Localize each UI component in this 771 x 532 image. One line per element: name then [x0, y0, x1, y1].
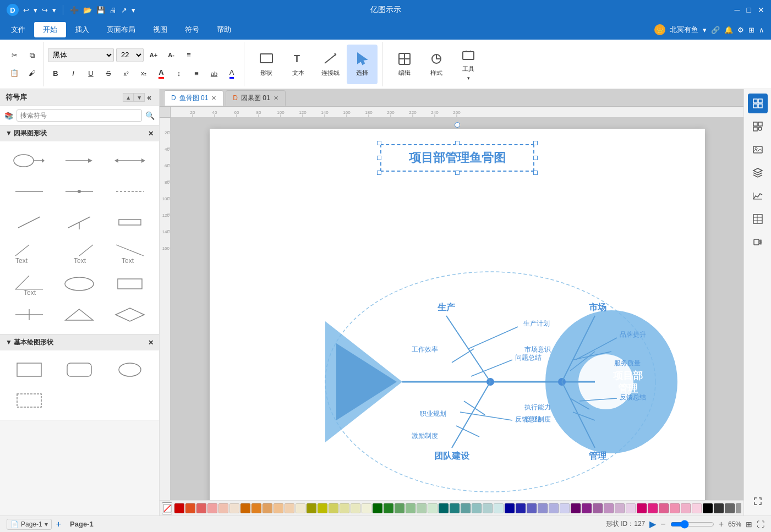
color-swatch[interactable]	[593, 503, 603, 513]
basic-category-header[interactable]: ▼ 基本绘图形状 ✕	[0, 334, 159, 350]
color-swatch[interactable]	[229, 503, 239, 513]
causal-category-header[interactable]: ▼ 因果图形状 ✕	[0, 125, 159, 141]
color-swatch[interactable]	[725, 503, 735, 513]
export-btn[interactable]: ↗	[121, 6, 127, 14]
color-swatch[interactable]	[472, 503, 482, 513]
color-swatch[interactable]	[274, 503, 283, 513]
shape-cross[interactable]	[6, 301, 53, 328]
shape-bar[interactable]	[106, 209, 154, 236]
shape-line-dashed[interactable]	[106, 178, 154, 205]
color-swatch[interactable]	[318, 503, 327, 513]
canvas-wrapper[interactable]: 项目部管理鱼骨图	[171, 118, 743, 500]
panel-collapse-btn[interactable]: «	[145, 93, 154, 102]
panel-up-btn[interactable]: ▲	[123, 93, 134, 102]
tool-btn[interactable]: 工具 ▾	[453, 45, 484, 84]
color-swatch[interactable]	[174, 503, 184, 513]
color-swatch[interactable]	[494, 503, 504, 513]
basic-rect-border[interactable]	[6, 387, 53, 414]
menu-page-layout[interactable]: 页面布局	[98, 22, 144, 37]
shape-t-shape[interactable]	[56, 209, 103, 236]
shape-line-with-dot[interactable]	[56, 178, 103, 205]
shape-text-1[interactable]: Text	[6, 239, 53, 267]
paste-btn[interactable]: 📋	[7, 65, 22, 81]
color-swatch[interactable]	[406, 503, 415, 513]
underline-btn[interactable]: U	[83, 66, 99, 81]
color-swatch[interactable]	[626, 503, 636, 513]
share-btn[interactable]: 🔗	[711, 26, 720, 34]
copy-btn[interactable]: ⧉	[24, 48, 40, 63]
subscript-btn[interactable]: x₂	[136, 66, 151, 81]
user-menu-btn[interactable]: ▾	[703, 26, 707, 34]
color-swatch[interactable]	[483, 503, 493, 513]
font-color-btn[interactable]: A	[154, 66, 169, 81]
notification-btn[interactable]: 🔔	[724, 26, 733, 34]
search-btn[interactable]: 🔍	[145, 111, 155, 120]
color-swatch[interactable]	[351, 503, 360, 513]
settings-gear[interactable]: ⚙	[737, 26, 744, 34]
color-swatch[interactable]	[196, 503, 206, 513]
color-swatch[interactable]	[659, 503, 669, 513]
font-size-select[interactable]: 22	[116, 48, 144, 62]
color-swatch[interactable]	[329, 503, 338, 513]
right-btn-chart[interactable]	[748, 186, 768, 206]
basic-rect[interactable]	[6, 356, 53, 383]
shape-double-arrow[interactable]	[106, 147, 154, 174]
color-swatch[interactable]	[681, 503, 691, 513]
shape-text-2[interactable]: Text	[56, 239, 103, 267]
library-icon[interactable]: 📚	[4, 112, 13, 120]
fit-screen-btn[interactable]: ⊞	[746, 520, 752, 529]
color-swatch[interactable]	[428, 503, 438, 513]
color-swatch[interactable]	[218, 503, 228, 513]
superscript-btn[interactable]: x²	[118, 66, 134, 81]
tab-close-cause[interactable]: ✕	[274, 95, 278, 102]
shape-angled-line[interactable]	[6, 209, 53, 236]
close-btn[interactable]: ✕	[758, 6, 764, 14]
color-swatch[interactable]	[307, 503, 316, 513]
italic-btn[interactable]: I	[65, 66, 81, 81]
bold-btn[interactable]: B	[48, 66, 63, 81]
color-swatch[interactable]	[450, 503, 460, 513]
color-swatch[interactable]	[604, 503, 614, 513]
shape-text-3[interactable]: Text	[106, 239, 154, 267]
text-bg-btn[interactable]: ab	[206, 66, 222, 81]
color-swatch[interactable]	[384, 503, 393, 513]
color-swatch[interactable]	[571, 503, 581, 513]
font-name-select[interactable]: 黑体	[48, 48, 114, 62]
save-btn[interactable]: 💾	[96, 6, 105, 14]
tool-arrow[interactable]: ▾	[467, 75, 470, 81]
menu-symbol[interactable]: 符号	[176, 22, 208, 37]
color-swatch[interactable]	[240, 503, 250, 513]
shape-arrow-right[interactable]	[56, 147, 103, 174]
collapse-menu[interactable]: ∧	[759, 26, 764, 34]
shape-rectangle[interactable]	[106, 270, 154, 298]
shape-line-h[interactable]	[6, 178, 53, 205]
color-swatch[interactable]	[185, 503, 195, 513]
right-btn-layers[interactable]	[748, 163, 768, 183]
align-btn[interactable]: ≡	[181, 47, 196, 63]
edit-tool-btn[interactable]: 编辑	[389, 45, 420, 84]
basic-rect-round[interactable]	[56, 356, 103, 383]
color-swatch[interactable]	[251, 503, 261, 513]
color-swatch[interactable]	[549, 503, 559, 513]
panel-down-btn[interactable]: ▼	[134, 93, 145, 102]
no-fill-btn[interactable]	[162, 502, 172, 514]
color-swatch[interactable]	[505, 503, 515, 513]
basic-close[interactable]: ✕	[148, 339, 154, 347]
right-btn-image[interactable]	[748, 140, 768, 160]
zoom-slider[interactable]	[670, 520, 714, 529]
color-swatch[interactable]	[527, 503, 537, 513]
zoom-out-btn[interactable]: −	[660, 519, 665, 529]
color-swatch[interactable]	[516, 503, 526, 513]
color-swatch[interactable]	[373, 503, 382, 513]
color-swatch[interactable]	[461, 503, 471, 513]
font-color-btn2[interactable]: A	[224, 66, 239, 81]
color-swatch[interactable]	[582, 503, 592, 513]
menu-help[interactable]: 帮助	[208, 22, 240, 37]
color-swatch[interactable]	[439, 503, 449, 513]
undo-arrow[interactable]: ▾	[34, 6, 37, 14]
connect-btn[interactable]: 连接线	[315, 45, 346, 84]
search-input[interactable]	[17, 109, 142, 122]
apps-grid[interactable]: ⊞	[748, 26, 754, 34]
decrease-font-btn[interactable]: A-	[163, 47, 179, 63]
color-swatch[interactable]	[692, 503, 702, 513]
